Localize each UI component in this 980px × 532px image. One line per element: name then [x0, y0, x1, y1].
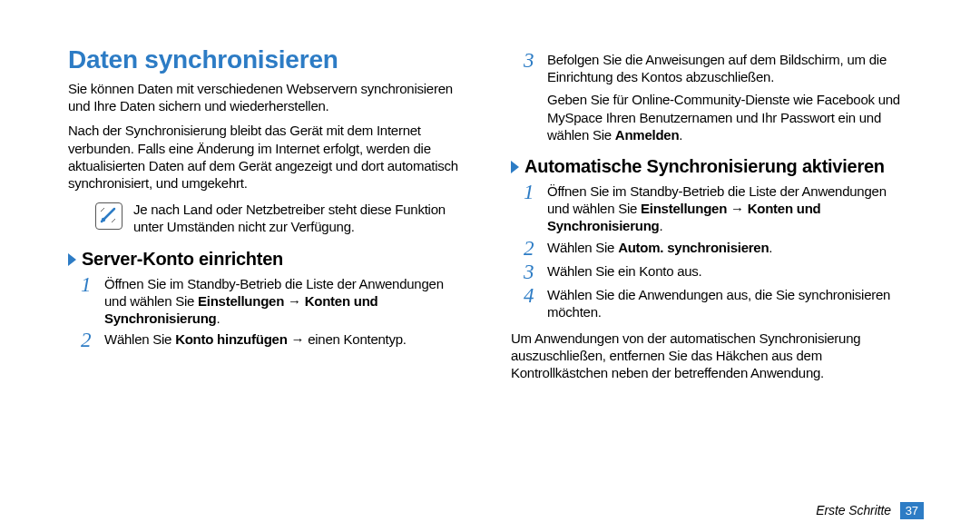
step-text: Wählen Sie Autom. synchronisieren. [547, 239, 772, 256]
step-text: Wählen Sie ein Konto aus. [547, 262, 702, 280]
column-right: 3 Befolgen Sie die Anweisungen auf dem B… [485, 45, 903, 519]
step-text: Wählen Sie Konto hinzufügen → einen Kont… [104, 330, 407, 348]
step-fragment: Wählen Sie [547, 240, 618, 255]
svg-point-0 [102, 218, 105, 222]
step-number: 1 [81, 274, 103, 295]
note-icon [95, 202, 122, 230]
step-text: Öffnen Sie im Standby-Betrieb die Liste … [104, 275, 458, 328]
step-fragment: → [284, 293, 305, 309]
footer-section-name: Erste Schritte [816, 503, 891, 517]
footer: Erste Schritte 37 [816, 502, 924, 519]
step-1b: 1 Öffnen Sie im Standby-Betrieb die List… [524, 182, 903, 235]
page-title: Daten synchronisieren [68, 45, 458, 74]
step-fragment: Wählen Sie [104, 331, 175, 347]
note-box: Je nach Land oder Netzbetreiber steht di… [95, 201, 458, 235]
step-fragment: → einen Kontentyp. [288, 331, 407, 347]
step-text: Befolgen Sie die Anweisungen auf dem Bil… [547, 51, 903, 143]
step-3: 3 Befolgen Sie die Anweisungen auf dem B… [524, 51, 903, 143]
step-number: 2 [524, 238, 545, 259]
step-4b: 4 Wählen Sie die Anwendungen aus, die Si… [524, 286, 903, 320]
step-fragment: → [727, 201, 748, 216]
chevron-icon [68, 253, 76, 266]
chevron-icon [511, 161, 519, 173]
step-number: 4 [524, 285, 545, 306]
step-text: Wählen Sie die Anwendungen aus, die Sie … [547, 286, 903, 320]
step-number: 3 [524, 50, 545, 71]
step-fragment-bold: Anmelden [615, 127, 680, 143]
step-number: 3 [524, 261, 545, 282]
subheading-automatisch: Automatische Synchronisierung aktivieren [511, 156, 903, 177]
step-fragment: . [769, 240, 772, 255]
step-fragment-bold: Einstellungen [641, 201, 727, 216]
step-fragment: . [679, 127, 682, 143]
step-fragment-bold: Einstellungen [198, 293, 284, 309]
page: Daten synchronisieren Sie können Daten m… [0, 0, 980, 532]
step-fragment-bold: Autom. synchronisieren [618, 240, 769, 255]
step-fragment: Geben Sie für Online-Community-Dienste w… [547, 92, 900, 142]
page-number: 37 [900, 502, 924, 519]
step-2: 2 Wählen Sie Konto hinzufügen → einen Ko… [81, 330, 458, 350]
subheading-server-konto: Server-Konto einrichten [68, 249, 458, 270]
step-3b: 3 Wählen Sie ein Konto aus. [524, 262, 903, 282]
step-2b: 2 Wählen Sie Autom. synchronisieren. [524, 239, 903, 259]
column-left: Daten synchronisieren Sie können Daten m… [68, 45, 485, 519]
step-number: 2 [81, 330, 103, 350]
intro-paragraph-1: Sie können Daten mit verschiedenen Webse… [68, 80, 458, 114]
step-text: Öffnen Sie im Standby-Betrieb die Liste … [547, 182, 903, 235]
outro-paragraph: Um Anwendungen von der automatischen Syn… [511, 330, 903, 382]
step-fragment-bold: Konto hinzufügen [175, 331, 287, 347]
step-number: 1 [524, 182, 545, 202]
note-text: Je nach Land oder Netzbetreiber steht di… [133, 201, 458, 235]
subheading-text: Server-Konto einrichten [82, 249, 283, 270]
step-1: 1 Öffnen Sie im Standby-Betrieb die List… [81, 275, 458, 328]
step-fragment: Befolgen Sie die Anweisungen auf dem Bil… [547, 52, 887, 84]
step-fragment: . [217, 310, 220, 326]
intro-paragraph-2: Nach der Synchronisierung bleibt das Ger… [68, 122, 458, 192]
step-fragment: . [660, 218, 663, 233]
subheading-text: Automatische Synchronisierung aktivieren [524, 156, 885, 177]
